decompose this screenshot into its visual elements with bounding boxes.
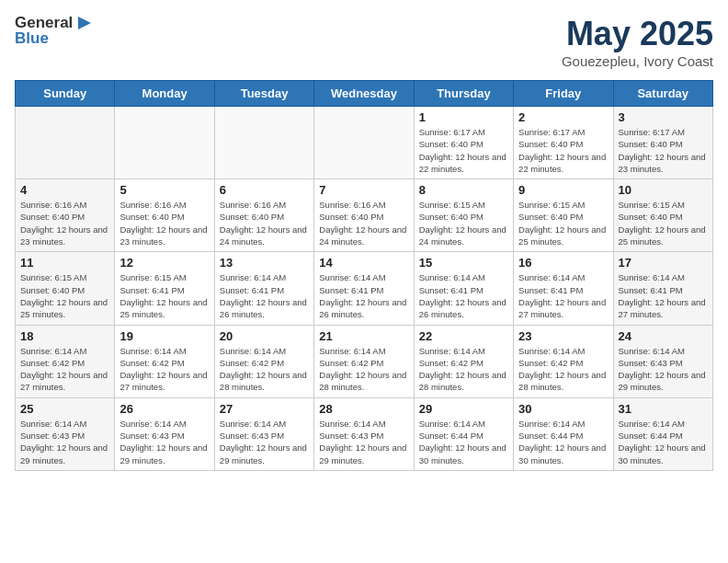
- weekday-header: Monday: [115, 81, 214, 107]
- day-number: 23: [518, 329, 608, 343]
- weekday-header: Friday: [514, 81, 613, 107]
- calendar-day-cell: 10Sunrise: 6:15 AM Sunset: 6:40 PM Dayli…: [613, 179, 712, 252]
- calendar-day-cell: 29Sunrise: 6:14 AM Sunset: 6:44 PM Dayli…: [414, 397, 513, 470]
- day-number: 10: [619, 183, 708, 197]
- location-title: Gouezepleu, Ivory Coast: [562, 53, 713, 69]
- calendar-day-cell: 4Sunrise: 6:16 AM Sunset: 6:40 PM Daylig…: [16, 179, 115, 252]
- calendar-day-cell: 30Sunrise: 6:14 AM Sunset: 6:44 PM Dayli…: [514, 397, 613, 470]
- calendar-day-cell: 31Sunrise: 6:14 AM Sunset: 6:44 PM Dayli…: [613, 397, 712, 470]
- weekday-header: Saturday: [613, 81, 712, 107]
- day-info: Sunrise: 6:17 AM Sunset: 6:40 PM Dayligh…: [518, 126, 608, 175]
- day-info: Sunrise: 6:16 AM Sunset: 6:40 PM Dayligh…: [319, 199, 408, 247]
- day-number: 20: [220, 329, 309, 343]
- day-info: Sunrise: 6:14 AM Sunset: 6:42 PM Dayligh…: [518, 345, 608, 394]
- calendar-day-cell: 21Sunrise: 6:14 AM Sunset: 6:42 PM Dayli…: [314, 325, 414, 397]
- month-title: May 2025: [562, 15, 713, 53]
- day-info: Sunrise: 6:14 AM Sunset: 6:42 PM Dayligh…: [220, 345, 309, 394]
- calendar-day-cell: 16Sunrise: 6:14 AM Sunset: 6:41 PM Dayli…: [514, 252, 613, 325]
- weekday-header: Wednesday: [314, 81, 414, 107]
- calendar-day-cell: 20Sunrise: 6:14 AM Sunset: 6:42 PM Dayli…: [214, 325, 313, 397]
- calendar-week-row: 11Sunrise: 6:15 AM Sunset: 6:40 PM Dayli…: [16, 252, 713, 325]
- day-number: 28: [319, 402, 408, 416]
- calendar-day-cell: 18Sunrise: 6:14 AM Sunset: 6:42 PM Dayli…: [16, 325, 115, 397]
- day-info: Sunrise: 6:14 AM Sunset: 6:42 PM Dayligh…: [20, 345, 109, 394]
- day-info: Sunrise: 6:15 AM Sunset: 6:40 PM Dayligh…: [619, 199, 708, 247]
- day-info: Sunrise: 6:14 AM Sunset: 6:41 PM Dayligh…: [319, 271, 408, 320]
- calendar-day-cell: [16, 107, 115, 179]
- day-info: Sunrise: 6:15 AM Sunset: 6:40 PM Dayligh…: [20, 271, 109, 320]
- calendar-week-row: 4Sunrise: 6:16 AM Sunset: 6:40 PM Daylig…: [16, 179, 713, 252]
- day-number: 25: [20, 402, 109, 416]
- day-info: Sunrise: 6:14 AM Sunset: 6:41 PM Dayligh…: [619, 271, 708, 320]
- day-number: 7: [319, 183, 408, 197]
- calendar-day-cell: [314, 107, 414, 179]
- page-header: General Blue May 2025 Gouezepleu, Ivory …: [15, 15, 713, 69]
- day-number: 11: [20, 256, 109, 270]
- calendar-day-cell: 15Sunrise: 6:14 AM Sunset: 6:41 PM Dayli…: [414, 252, 513, 325]
- day-info: Sunrise: 6:14 AM Sunset: 6:44 PM Dayligh…: [518, 418, 608, 466]
- day-info: Sunrise: 6:14 AM Sunset: 6:43 PM Dayligh…: [619, 345, 708, 394]
- day-info: Sunrise: 6:14 AM Sunset: 6:42 PM Dayligh…: [119, 345, 209, 394]
- day-info: Sunrise: 6:17 AM Sunset: 6:40 PM Dayligh…: [619, 126, 708, 175]
- calendar-day-cell: 2Sunrise: 6:17 AM Sunset: 6:40 PM Daylig…: [514, 107, 613, 179]
- calendar-day-cell: 22Sunrise: 6:14 AM Sunset: 6:42 PM Dayli…: [414, 325, 513, 397]
- day-info: Sunrise: 6:15 AM Sunset: 6:41 PM Dayligh…: [119, 271, 209, 320]
- day-number: 15: [419, 256, 508, 270]
- day-info: Sunrise: 6:14 AM Sunset: 6:43 PM Dayligh…: [20, 418, 109, 466]
- calendar-day-cell: 24Sunrise: 6:14 AM Sunset: 6:43 PM Dayli…: [613, 325, 712, 397]
- calendar-day-cell: 8Sunrise: 6:15 AM Sunset: 6:40 PM Daylig…: [414, 179, 513, 252]
- calendar-day-cell: 12Sunrise: 6:15 AM Sunset: 6:41 PM Dayli…: [115, 252, 214, 325]
- calendar-week-row: 18Sunrise: 6:14 AM Sunset: 6:42 PM Dayli…: [16, 325, 713, 397]
- day-number: 5: [119, 183, 209, 197]
- day-info: Sunrise: 6:16 AM Sunset: 6:40 PM Dayligh…: [220, 199, 309, 247]
- calendar-day-cell: 6Sunrise: 6:16 AM Sunset: 6:40 PM Daylig…: [214, 179, 313, 252]
- calendar-day-cell: 9Sunrise: 6:15 AM Sunset: 6:40 PM Daylig…: [514, 179, 613, 252]
- weekday-header: Tuesday: [214, 81, 313, 107]
- calendar-day-cell: 13Sunrise: 6:14 AM Sunset: 6:41 PM Dayli…: [214, 252, 313, 325]
- calendar-day-cell: 5Sunrise: 6:16 AM Sunset: 6:40 PM Daylig…: [115, 179, 214, 252]
- day-info: Sunrise: 6:14 AM Sunset: 6:42 PM Dayligh…: [319, 345, 408, 394]
- day-info: Sunrise: 6:14 AM Sunset: 6:41 PM Dayligh…: [419, 271, 508, 320]
- day-number: 6: [220, 183, 309, 197]
- day-number: 1: [419, 110, 508, 124]
- calendar-day-cell: [115, 107, 214, 179]
- day-info: Sunrise: 6:17 AM Sunset: 6:40 PM Dayligh…: [419, 126, 508, 175]
- day-number: 13: [220, 256, 309, 270]
- day-number: 29: [419, 402, 508, 416]
- day-number: 8: [419, 183, 508, 197]
- calendar-week-row: 25Sunrise: 6:14 AM Sunset: 6:43 PM Dayli…: [16, 397, 713, 470]
- day-number: 14: [319, 256, 408, 270]
- day-number: 21: [319, 329, 408, 343]
- calendar-day-cell: 3Sunrise: 6:17 AM Sunset: 6:40 PM Daylig…: [613, 107, 712, 179]
- day-info: Sunrise: 6:16 AM Sunset: 6:40 PM Dayligh…: [119, 199, 209, 247]
- day-number: 26: [119, 402, 209, 416]
- calendar-day-cell: 14Sunrise: 6:14 AM Sunset: 6:41 PM Dayli…: [314, 252, 414, 325]
- calendar-day-cell: 23Sunrise: 6:14 AM Sunset: 6:42 PM Dayli…: [514, 325, 613, 397]
- day-info: Sunrise: 6:14 AM Sunset: 6:43 PM Dayligh…: [119, 418, 209, 466]
- title-area: May 2025 Gouezepleu, Ivory Coast: [562, 15, 713, 69]
- day-info: Sunrise: 6:15 AM Sunset: 6:40 PM Dayligh…: [419, 199, 508, 247]
- day-info: Sunrise: 6:14 AM Sunset: 6:43 PM Dayligh…: [220, 418, 309, 466]
- day-number: 27: [220, 402, 309, 416]
- day-number: 31: [619, 402, 708, 416]
- day-number: 2: [518, 110, 608, 124]
- calendar-day-cell: 19Sunrise: 6:14 AM Sunset: 6:42 PM Dayli…: [115, 325, 214, 397]
- svg-marker-0: [78, 17, 91, 29]
- day-info: Sunrise: 6:14 AM Sunset: 6:44 PM Dayligh…: [419, 418, 508, 466]
- day-info: Sunrise: 6:14 AM Sunset: 6:42 PM Dayligh…: [419, 345, 508, 394]
- day-number: 9: [518, 183, 608, 197]
- day-info: Sunrise: 6:14 AM Sunset: 6:41 PM Dayligh…: [220, 271, 309, 320]
- calendar-week-row: 1Sunrise: 6:17 AM Sunset: 6:40 PM Daylig…: [16, 107, 713, 179]
- weekday-header: Sunday: [16, 81, 115, 107]
- logo-blue-text: Blue: [15, 30, 95, 48]
- day-number: 30: [518, 402, 608, 416]
- calendar-day-cell: 11Sunrise: 6:15 AM Sunset: 6:40 PM Dayli…: [16, 252, 115, 325]
- calendar-day-cell: 1Sunrise: 6:17 AM Sunset: 6:40 PM Daylig…: [414, 107, 513, 179]
- day-info: Sunrise: 6:14 AM Sunset: 6:41 PM Dayligh…: [518, 271, 608, 320]
- day-info: Sunrise: 6:14 AM Sunset: 6:43 PM Dayligh…: [319, 418, 408, 466]
- day-number: 4: [20, 183, 109, 197]
- day-number: 3: [619, 110, 708, 124]
- day-number: 24: [619, 329, 708, 343]
- day-info: Sunrise: 6:15 AM Sunset: 6:40 PM Dayligh…: [518, 199, 608, 247]
- day-number: 18: [20, 329, 109, 343]
